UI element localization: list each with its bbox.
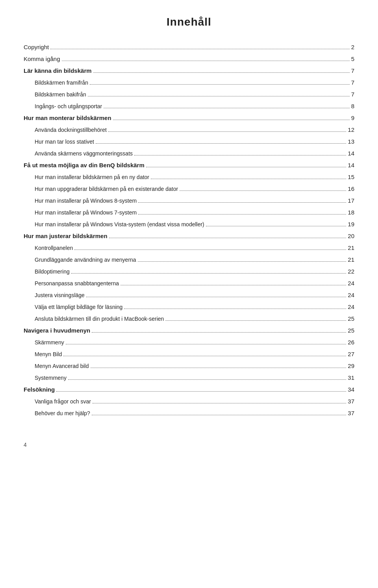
toc-page-number: 15: [348, 172, 354, 182]
toc-page-number: 25: [348, 326, 354, 335]
toc-entry: Använda dockningstillbehöret12: [24, 125, 354, 135]
toc-label: Hur man installerar på Windows 8-system: [24, 196, 137, 205]
toc-label: Välja ett lämpligt bildläge för läsning: [24, 303, 122, 311]
toc-page-number: 37: [348, 397, 354, 406]
toc-dots: [113, 120, 350, 120]
toc-dots: [109, 238, 346, 238]
toc-entry: Grundläggande användning av menyerna21: [24, 255, 354, 264]
toc-dots: [88, 96, 350, 96]
toc-label: Lär känna din bildskärm: [24, 66, 92, 76]
toc-entry: Hur man tar loss stativet13: [24, 137, 354, 146]
toc-page-number: 21: [348, 243, 354, 253]
toc-page-number: 34: [348, 385, 354, 394]
toc-page-number: 7: [351, 78, 354, 87]
page-title: Innehåll: [24, 16, 354, 28]
toc-label: Personanpassa snabbtangenterna: [24, 279, 119, 288]
toc-label: Hur man monterar bildskärmen: [24, 113, 111, 123]
toc-dots: [92, 332, 346, 333]
toc-dots: [71, 273, 346, 274]
toc-label: Menyn Avancerad bild: [24, 362, 89, 370]
toc-page-number: 7: [351, 90, 354, 99]
toc-entry: Navigera i huvudmenyn25: [24, 326, 354, 335]
toc-dots: [206, 226, 346, 226]
toc-dots: [86, 297, 346, 297]
toc-dots: [165, 320, 346, 321]
toc-page-number: 13: [348, 137, 354, 146]
toc-dots: [108, 131, 346, 132]
toc-page-number: 7: [351, 66, 354, 76]
toc-page-number: 22: [348, 267, 354, 276]
toc-label: Hur man installerar på Windows Vista-sys…: [24, 220, 204, 229]
toc-label: Justera visningsläge: [24, 291, 85, 300]
toc-entry: Bildskärmen bakifrån7: [24, 90, 354, 99]
toc-label: Copyright: [24, 43, 49, 52]
toc-page-number: 2: [351, 43, 354, 52]
toc-entry: Ingångs- och utgångsportar8: [24, 102, 354, 111]
toc-dots: [138, 214, 346, 214]
toc-entry: Ansluta bildskärmen till din produkt i M…: [24, 314, 354, 324]
toc-entry: Menyn Avancerad bild29: [24, 361, 354, 371]
toc-dots: [93, 72, 350, 73]
toc-label: Bildoptimering: [24, 267, 70, 276]
toc-dots: [138, 261, 346, 262]
toc-page-number: 14: [348, 161, 354, 170]
toc-label: Bildskärmen bakifrån: [24, 90, 86, 99]
toc-label: Felsökning: [24, 385, 55, 394]
toc-entry: Personanpassa snabbtangenterna24: [24, 279, 354, 288]
toc-page-number: 25: [348, 314, 354, 324]
page-footer: 4: [24, 442, 354, 448]
toc-dots: [66, 344, 346, 344]
toc-label: Kontrollpanelen: [24, 244, 73, 252]
toc-entry: Skärmmeny26: [24, 338, 354, 347]
toc-entry: Hur man justerar bildskärmen20: [24, 231, 354, 241]
toc-label: Hur man justerar bildskärmen: [24, 231, 107, 241]
toc-dots: [62, 61, 350, 61]
toc-page-number: 37: [348, 409, 354, 418]
toc-page-number: 19: [348, 220, 354, 229]
toc-page-number: 14: [348, 149, 354, 158]
toc-dots: [92, 415, 346, 415]
toc-label: Ingångs- och utgångsportar: [24, 102, 102, 111]
toc-entry: Få ut mesta möjliga av din BenQ bildskär…: [24, 161, 354, 170]
toc-dots: [134, 155, 346, 155]
toc-dots: [50, 49, 349, 49]
toc-page-number: 24: [348, 302, 354, 312]
toc-page-number: 27: [348, 349, 354, 359]
toc-entry: Hur man monterar bildskärmen9: [24, 113, 354, 123]
toc-entry: Hur man installerar på Windows Vista-sys…: [24, 220, 354, 229]
toc-page-number: 17: [348, 196, 354, 205]
toc-dots: [68, 379, 346, 380]
toc-dots: [120, 285, 346, 285]
toc-page-number: 18: [348, 208, 354, 217]
toc-page-number: 5: [351, 54, 354, 64]
toc-dots: [146, 167, 346, 167]
toc-page-number: 26: [348, 338, 354, 347]
toc-label: Skärmmeny: [24, 338, 64, 347]
toc-page-number: 24: [348, 290, 354, 300]
toc-dots: [90, 84, 350, 85]
toc-page-number: 9: [351, 113, 354, 123]
toc-entry: Justera visningsläge24: [24, 290, 354, 300]
toc-dots: [93, 403, 346, 403]
toc-entry: Kontrollpanelen21: [24, 243, 354, 253]
toc-page-number: 31: [348, 373, 354, 383]
toc-label: Hur man installerar bildskärmen på en ny…: [24, 173, 149, 181]
toc-entry: Bildoptimering22: [24, 267, 354, 276]
toc-container: Copyright2Komma igång5Lär känna din bild…: [24, 43, 354, 418]
toc-page-number: 16: [348, 184, 354, 194]
toc-label: Navigera i huvudmenyn: [24, 326, 90, 335]
toc-entry: Komma igång5: [24, 54, 354, 64]
toc-entry: Behöver du mer hjälp?37: [24, 409, 354, 418]
toc-label: Ansluta bildskärmen till din produkt i M…: [24, 314, 164, 323]
toc-label: Grundläggande användning av menyerna: [24, 255, 136, 264]
toc-dots: [151, 179, 346, 179]
toc-entry: Hur man uppgraderar bildskärmen på en ex…: [24, 184, 354, 194]
toc-page-number: 8: [351, 102, 354, 111]
toc-label: Systemmeny: [24, 374, 67, 382]
toc-dots: [96, 143, 346, 144]
toc-entry: Systemmeny31: [24, 373, 354, 383]
toc-entry: Vanliga frågor och svar37: [24, 397, 354, 406]
toc-label: Behöver du mer hjälp?: [24, 409, 90, 418]
toc-label: Använda dockningstillbehöret: [24, 126, 107, 134]
toc-page-number: 24: [348, 279, 354, 288]
